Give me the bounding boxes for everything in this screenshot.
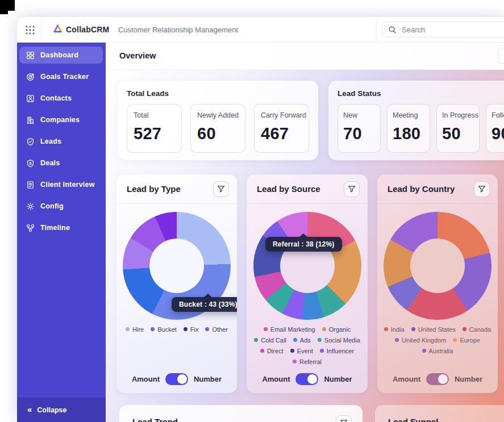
- stat-tile: New 70: [338, 104, 381, 153]
- donut-chart[interactable]: [384, 212, 491, 320]
- legend-dot: [290, 349, 294, 353]
- legend-item: Influencer: [320, 348, 354, 354]
- donut-chart[interactable]: [253, 212, 361, 320]
- legend-dot: [322, 327, 326, 331]
- legend-dot: [453, 338, 457, 342]
- filter-button[interactable]: [474, 181, 490, 197]
- tooltip-text: Bucket : 43 (33%): [179, 300, 237, 308]
- chart-title: Lead by Source: [257, 184, 320, 194]
- chart-card-header: Lead by Type: [116, 174, 237, 204]
- legend-label: Hire: [132, 326, 144, 333]
- legend-row: Direct Event Influencer: [249, 345, 365, 356]
- stat-label: Total: [134, 111, 175, 119]
- legend-dot: [318, 338, 322, 342]
- stat-card: Lead Status New 70 Meeting 180 In Progre…: [328, 81, 504, 160]
- amount-number-toggle[interactable]: [426, 373, 449, 385]
- filter-button[interactable]: [344, 181, 360, 197]
- legend-dot: [264, 327, 268, 331]
- sidebar: Dashboard Goals Tracker Contacts Compani…: [17, 42, 106, 422]
- stat-value: 527: [134, 124, 175, 143]
- legend-dot: [184, 327, 188, 331]
- sidebar-item-label: Companies: [40, 116, 80, 124]
- collapse-label: Collapse: [37, 406, 66, 414]
- legend-dot: [384, 327, 388, 331]
- screen-artifact: [8, 7, 15, 11]
- legend-item: Event: [290, 348, 313, 354]
- stat-label: Meeting: [393, 111, 424, 119]
- amount-number-toggle[interactable]: [165, 373, 188, 385]
- chart-card: Lead by Type Bucket : 43 (33%) Hire Buck…: [116, 174, 237, 393]
- filter-button[interactable]: [336, 415, 352, 422]
- sidebar-item-label: Leads: [40, 137, 61, 145]
- overview-bar: Overview: [106, 42, 504, 70]
- sidebar-item-client-interview[interactable]: Client Interview: [19, 176, 103, 193]
- legend-label: Social Media: [324, 337, 360, 344]
- legend-label: Event: [297, 348, 313, 354]
- topbar: CollabCRM Customer Relationship Manageme…: [17, 17, 504, 43]
- stat-card-title: Lead Status: [338, 89, 504, 98]
- legend-label: Bucket: [157, 326, 177, 333]
- screen-artifact: [0, 7, 8, 14]
- legend-dot: [254, 338, 258, 342]
- chart-tooltip: Referral : 38 (12%): [265, 237, 342, 252]
- toggle-knob: [177, 374, 187, 384]
- sidebar-item-dashboard[interactable]: Dashboard: [19, 47, 103, 64]
- legend-row: United Kingdom Europe: [380, 335, 495, 345]
- chart-title: Lead Trend: [132, 417, 178, 422]
- legend-label: United Kingdom: [402, 337, 446, 344]
- chart-title: Lead Funnel: [388, 417, 438, 422]
- legend-label: Europe: [460, 337, 480, 344]
- stat-label: Carry Forward: [261, 111, 302, 119]
- legend-item: United States: [411, 326, 456, 333]
- sidebar-item-companies[interactable]: Companies: [19, 111, 103, 128]
- legend-dot: [151, 327, 155, 331]
- legend-label: United States: [418, 326, 456, 333]
- legend-item: Email Marketing: [264, 326, 315, 333]
- toggle-label-amount: Amount: [132, 375, 160, 383]
- sidebar-item-label: Contacts: [40, 94, 72, 102]
- sidebar-item-label: Timeline: [40, 224, 70, 232]
- legend-item: India: [384, 326, 405, 333]
- legend-row: Australia: [380, 345, 495, 356]
- stat-tile: Total 527: [127, 104, 182, 153]
- sidebar-item-config[interactable]: Config: [19, 198, 103, 215]
- legend-row: India United States Canada: [380, 324, 495, 335]
- legend-item: Social Media: [318, 337, 360, 344]
- chart-legend: Hire Bucket Fix Other: [119, 324, 234, 335]
- toggle-label-number: Number: [194, 375, 222, 383]
- search-box[interactable]: [382, 22, 504, 37]
- sidebar-collapse-button[interactable]: « Collapse: [17, 398, 106, 422]
- gear-icon: [26, 202, 35, 211]
- stat-label: Follow Up: [491, 111, 504, 119]
- sidebar-item-contacts[interactable]: Contacts: [19, 90, 103, 107]
- sidebar-item-timeline[interactable]: Timeline: [19, 219, 103, 236]
- collabcrm-logo-icon: [52, 24, 63, 35]
- stat-tile: In Progress 50: [436, 104, 480, 153]
- overview-action-button[interactable]: [498, 48, 504, 64]
- legend-label: Canada: [469, 326, 491, 333]
- legend-label: Influencer: [327, 348, 354, 354]
- search-input[interactable]: [401, 25, 488, 35]
- sidebar-item-goals-tracker[interactable]: Goals Tracker: [19, 68, 103, 85]
- app-grid-button[interactable]: [24, 24, 36, 36]
- legend-item: Fix: [184, 326, 199, 333]
- sidebar-item-leads[interactable]: Leads: [19, 133, 103, 150]
- legend-label: Other: [212, 326, 228, 333]
- app-name: CollabCRM: [66, 25, 109, 34]
- chart-title: Lead by Type: [127, 184, 181, 194]
- page-title: Overview: [119, 51, 156, 60]
- chart-card-header: Lead by Source: [247, 174, 368, 204]
- legend-row: Email Marketing Organic: [249, 324, 365, 335]
- amount-number-toggle[interactable]: [295, 373, 318, 385]
- legend-label: Fix: [190, 326, 199, 333]
- sidebar-item-label: Client Interview: [40, 181, 95, 189]
- sidebar-item-deals[interactable]: $ Deals: [19, 154, 103, 172]
- tooltip-text: Referral : 38 (12%): [273, 240, 335, 248]
- legend-dot: [293, 360, 297, 363]
- legend-dot: [126, 327, 130, 331]
- legend-item: Organic: [322, 326, 351, 333]
- dashboard-icon: [26, 51, 35, 60]
- filter-button[interactable]: [213, 181, 229, 197]
- building-icon: [26, 116, 35, 124]
- legend-label: Organic: [329, 326, 351, 333]
